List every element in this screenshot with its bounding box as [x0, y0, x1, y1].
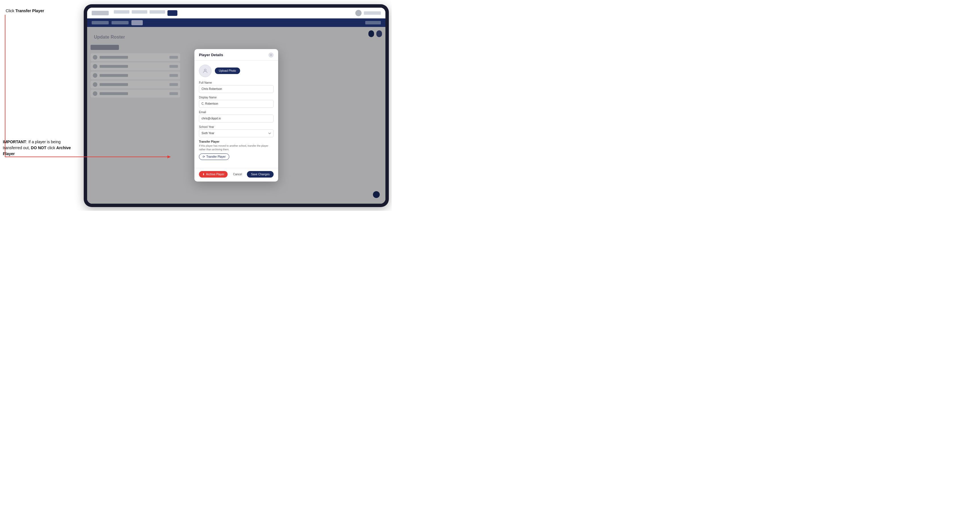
avatar-section: Upload Photo [199, 65, 274, 77]
transfer-player-button-label: Transfer Player [206, 155, 226, 158]
do-not-bold: DO NOT [31, 146, 46, 150]
instruction-area: Click Transfer Player [0, 0, 82, 211]
school-year-label: School Year [199, 125, 274, 129]
main-content: Update Roster [87, 27, 385, 204]
email-input[interactable] [199, 114, 274, 122]
person-icon [202, 68, 208, 74]
nav-right [355, 10, 381, 16]
cancel-button[interactable]: Cancel [230, 171, 245, 178]
display-name-group: Display Name [199, 96, 274, 108]
nav-links [114, 10, 177, 16]
full-name-group: Full Name [199, 81, 274, 93]
save-changes-button[interactable]: Save Changes [247, 171, 274, 178]
sub-nav-right-item [365, 21, 381, 24]
avatar-placeholder [199, 65, 212, 77]
nav-link-3[interactable] [150, 10, 165, 14]
nav-link-active[interactable] [167, 10, 177, 16]
display-name-label: Display Name [199, 96, 274, 99]
nav-logo [92, 11, 109, 15]
transfer-player-section: Transfer Player If this player has moved… [199, 140, 274, 160]
transfer-section-description: If this player has moved to another scho… [199, 144, 274, 151]
important-instruction: IMPORTANT: If a player is being transfer… [3, 139, 78, 157]
modal-body: Upload Photo Full Name Display Name [194, 61, 278, 168]
full-name-input[interactable] [199, 85, 274, 93]
modal-footer: ⬇ Archive Player Cancel Save Changes [194, 168, 278, 181]
archive-player-button-label: Archive Player [206, 173, 224, 176]
upload-photo-button[interactable]: Upload Photo [215, 68, 240, 74]
nav-link-1[interactable] [114, 10, 129, 14]
archive-player-button[interactable]: ⬇ Archive Player [199, 171, 228, 178]
nav-avatar-icon [355, 10, 361, 16]
sub-nav [87, 18, 385, 27]
nav-account-text [364, 11, 381, 15]
nav-link-2[interactable] [132, 10, 147, 14]
transfer-section-title: Transfer Player [199, 140, 274, 143]
transfer-icon: ⟳ [203, 155, 205, 158]
tablet-device: Update Roster [84, 4, 389, 207]
email-group: Email [199, 111, 274, 122]
close-icon: × [270, 54, 272, 56]
full-name-label: Full Name [199, 81, 274, 84]
sub-nav-item-2[interactable] [111, 21, 129, 24]
nav-bar [87, 8, 385, 18]
sub-nav-button[interactable] [131, 20, 143, 25]
email-label: Email [199, 111, 274, 114]
click-instruction: Click Transfer Player [6, 8, 76, 13]
player-details-modal: Player Details × [194, 49, 278, 181]
school-year-select[interactable]: First Year Second Year Third Year Fourth… [199, 129, 274, 137]
archive-icon: ⬇ [202, 173, 205, 176]
click-transfer-player-label: Transfer Player [15, 8, 44, 13]
modal-header: Player Details × [194, 49, 278, 61]
school-year-group: School Year First Year Second Year Third… [199, 125, 274, 137]
display-name-input[interactable] [199, 100, 274, 108]
modal-close-button[interactable]: × [269, 52, 274, 57]
important-bold: IMPORTANT [3, 140, 26, 144]
important-text-2: click [46, 146, 56, 150]
modal-overlay: Player Details × [87, 27, 385, 204]
svg-point-3 [204, 69, 206, 71]
sub-nav-item-1[interactable] [92, 21, 109, 24]
modal-title: Player Details [199, 53, 223, 57]
tablet-screen: Update Roster [87, 8, 385, 204]
transfer-player-button[interactable]: ⟳ Transfer Player [199, 154, 229, 160]
